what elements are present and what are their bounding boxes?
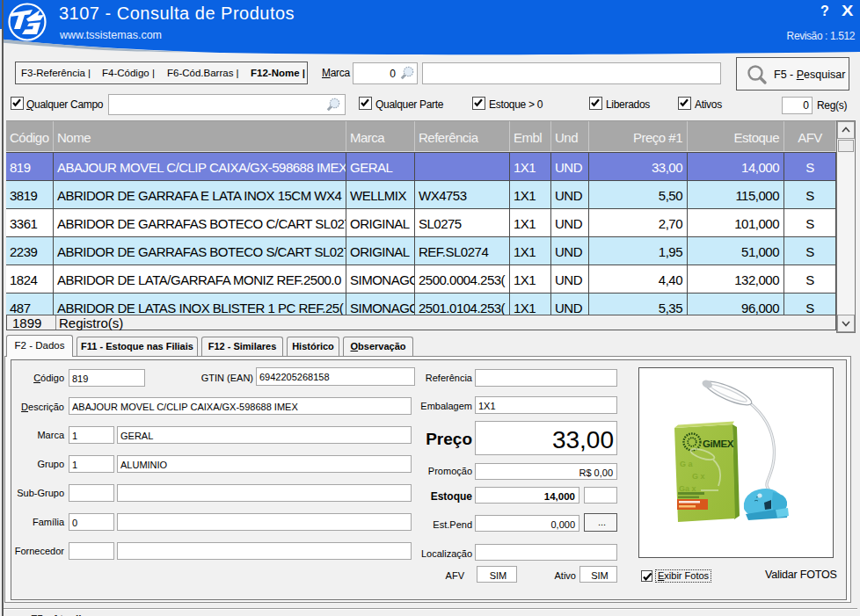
svg-text:GiMEX: GiMEX [703,438,734,449]
svg-text:Ga x: Ga x [679,484,696,493]
svg-text:G a: G a [680,460,694,468]
svg-text:G x: G x [692,472,705,481]
